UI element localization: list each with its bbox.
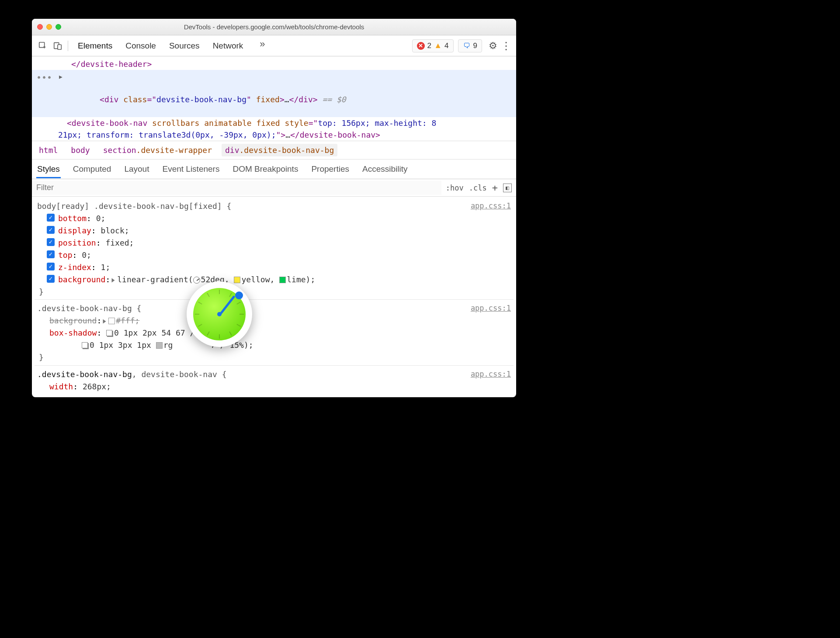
- clock-face[interactable]: [193, 288, 246, 340]
- checkbox-icon[interactable]: ✓: [47, 238, 55, 246]
- filter-input[interactable]: [32, 180, 441, 195]
- hov-toggle[interactable]: :hov: [446, 184, 464, 192]
- minimize-icon[interactable]: [46, 24, 52, 30]
- dom-tree[interactable]: </devsite-header> ••• ▶<div class="devsi…: [32, 56, 516, 141]
- css-rule: app.css:1 body[ready] .devsite-book-nav-…: [35, 198, 514, 300]
- tab-sources[interactable]: Sources: [168, 38, 201, 53]
- decl-display[interactable]: ✓display: block;: [47, 225, 511, 237]
- dom-line-selected[interactable]: ••• ▶<div class="devsite-book-nav-bg" fi…: [32, 70, 516, 117]
- warning-count-value: 4: [444, 42, 448, 50]
- selector[interactable]: .devsite-book-nav-bg, devsite-book-nav {: [37, 368, 511, 381]
- crumb-html[interactable]: html: [35, 144, 61, 156]
- checkbox-icon[interactable]: ✓: [47, 263, 55, 270]
- source-link[interactable]: app.css:1: [471, 368, 511, 380]
- dom-line[interactable]: </devsite-header>: [32, 58, 516, 70]
- device-toggle-icon[interactable]: [50, 38, 65, 53]
- crumb-body[interactable]: body: [67, 144, 93, 156]
- close-brace: }: [37, 351, 511, 364]
- clock-hand[interactable]: [219, 295, 235, 316]
- window-title: DevTools - developers.google.com/web/too…: [32, 23, 516, 31]
- checkbox-icon[interactable]: ✓: [47, 250, 55, 258]
- kebab-menu-icon[interactable]: ⋮: [500, 40, 513, 52]
- dom-line[interactable]: 21px; transform: translate3d(0px, -39px,…: [32, 129, 516, 141]
- new-rule-button[interactable]: +: [492, 182, 498, 193]
- subtab-event-listeners[interactable]: Event Listeners: [161, 160, 220, 178]
- panel-tabs: Elements Console Sources Network »: [77, 38, 412, 53]
- computed-toggle-icon[interactable]: ◧: [503, 184, 512, 192]
- styles-filter-bar: :hov .cls + ◧: [32, 179, 516, 197]
- tab-elements[interactable]: Elements: [77, 38, 113, 53]
- titlebar: DevTools - developers.google.com/web/too…: [32, 19, 516, 35]
- expand-caret-icon[interactable]: ▶: [59, 73, 62, 81]
- css-rule: app.css:1 .devsite-book-nav-bg { backgro…: [35, 300, 514, 365]
- source-link[interactable]: app.css:1: [471, 200, 511, 212]
- decl-position[interactable]: ✓position: fixed;: [47, 237, 511, 249]
- color-swatch-icon[interactable]: [279, 277, 286, 283]
- shadow-icon[interactable]: [82, 342, 88, 348]
- subtab-properties[interactable]: Properties: [310, 160, 350, 178]
- angle-clock-popover[interactable]: [187, 281, 252, 347]
- inspect-icon[interactable]: [35, 38, 50, 53]
- issues-count-value: 9: [473, 42, 477, 50]
- traffic-lights: [37, 24, 61, 30]
- close-brace: }: [37, 286, 511, 298]
- issue-icon: 🗨: [463, 42, 471, 50]
- clock-knob[interactable]: [235, 291, 243, 299]
- devtools-window: DevTools - developers.google.com/web/too…: [32, 19, 516, 397]
- subtab-layout[interactable]: Layout: [123, 160, 150, 178]
- expand-icon[interactable]: [103, 319, 106, 324]
- styles-subtabs: Styles Computed Layout Event Listeners D…: [32, 159, 516, 179]
- shadow-icon[interactable]: [106, 330, 112, 336]
- crumb-div[interactable]: div.devsite-book-nav-bg: [222, 144, 337, 156]
- checkbox-icon[interactable]: ✓: [47, 226, 55, 234]
- decl-box-shadow[interactable]: box-shadow: 0 1px 2px 54 67 / 30%),: [47, 327, 511, 339]
- breadcrumb: html body section.devsite-wrapper div.de…: [32, 141, 516, 159]
- divider: [68, 41, 68, 51]
- expand-icon[interactable]: [112, 278, 115, 282]
- filter-tools: :hov .cls + ◧: [441, 182, 516, 193]
- decl-top[interactable]: ✓top: 0;: [47, 249, 511, 261]
- issue-counters: ✕ 2 ▲ 4 🗨 9: [412, 39, 482, 52]
- decl-box-shadow-cont[interactable]: 0 1px 3px 1px rg 7 / 15%);: [47, 339, 511, 351]
- angle-swatch-icon[interactable]: [193, 277, 200, 284]
- issues-count[interactable]: 🗨 9: [458, 39, 482, 52]
- warning-icon: ▲: [434, 42, 442, 50]
- decl-zindex[interactable]: ✓z-index: 1;: [47, 261, 511, 274]
- subtab-dom-breakpoints[interactable]: DOM Breakpoints: [232, 160, 299, 178]
- checkbox-icon[interactable]: ✓: [47, 275, 55, 283]
- cls-toggle[interactable]: .cls: [469, 184, 487, 192]
- error-count-value: 2: [427, 42, 431, 50]
- decl-background-struck[interactable]: background:#fff;: [47, 315, 511, 327]
- decl-background[interactable]: ✓background:linear-gradient(52deg, yello…: [47, 274, 511, 286]
- source-link[interactable]: app.css:1: [471, 302, 511, 314]
- dom-line[interactable]: <devsite-book-nav scrollbars animatable …: [32, 117, 516, 129]
- main-toolbar: Elements Console Sources Network » ✕ 2 ▲…: [32, 35, 516, 56]
- selector[interactable]: body[ready] .devsite-book-nav-bg[fixed] …: [37, 200, 511, 212]
- color-swatch-icon[interactable]: [234, 277, 240, 283]
- tab-console[interactable]: Console: [125, 38, 157, 53]
- subtab-accessibility[interactable]: Accessibility: [361, 160, 408, 178]
- close-icon[interactable]: [37, 24, 43, 30]
- svg-rect-2: [58, 45, 61, 49]
- color-swatch-icon[interactable]: [108, 318, 115, 324]
- decl-bottom[interactable]: ✓bottom: 0;: [47, 212, 511, 225]
- color-swatch-icon[interactable]: [156, 342, 163, 349]
- checkbox-icon[interactable]: ✓: [47, 214, 55, 222]
- error-count[interactable]: ✕ 2 ▲ 4: [412, 39, 454, 52]
- crumb-section[interactable]: section.devsite-wrapper: [100, 144, 215, 156]
- decl-width[interactable]: width: 268px;: [47, 381, 511, 393]
- maximize-icon[interactable]: [56, 24, 61, 30]
- tab-network[interactable]: Network: [212, 38, 244, 53]
- error-icon: ✕: [417, 42, 425, 50]
- subtab-styles[interactable]: Styles: [36, 160, 61, 178]
- ellipsis-icon[interactable]: •••: [36, 71, 52, 84]
- more-tabs-icon[interactable]: »: [255, 38, 269, 53]
- subtab-computed[interactable]: Computed: [72, 160, 112, 178]
- settings-icon[interactable]: ⚙: [486, 40, 500, 52]
- styles-panel: app.css:1 body[ready] .devsite-book-nav-…: [32, 197, 516, 397]
- selector[interactable]: .devsite-book-nav-bg {: [37, 302, 511, 315]
- css-rule: app.css:1 .devsite-book-nav-bg, devsite-…: [35, 366, 514, 395]
